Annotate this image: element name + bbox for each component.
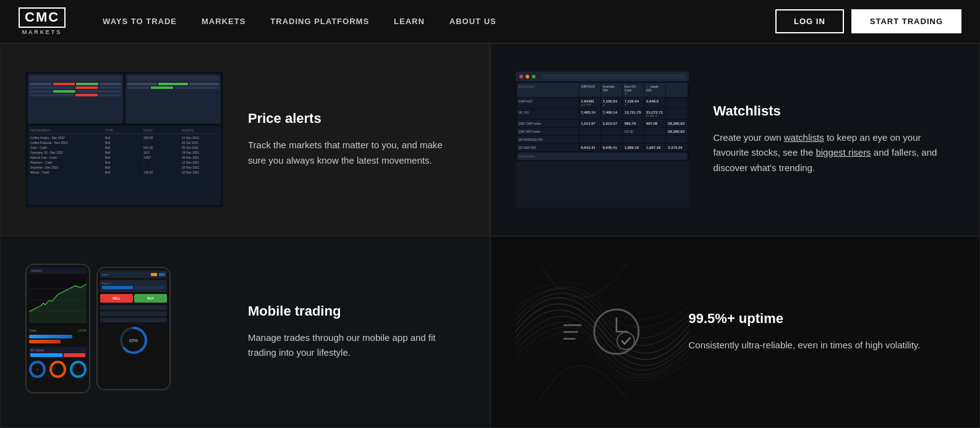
content-grid: INSTRUMENT TYPE PRICE ALERTS Coffee Arab… bbox=[0, 43, 980, 428]
mobile-trading-card: TRADING bbox=[0, 236, 490, 429]
watchlists-card: My Account GBP/AUD Australia 200 Euro-50… bbox=[490, 43, 981, 236]
svg-text:65%: 65% bbox=[129, 338, 138, 343]
navbar: CMC MARKETS WAYS TO TRADE MARKETS TRADIN… bbox=[0, 0, 980, 43]
nav-markets[interactable]: MARKETS bbox=[202, 17, 245, 26]
svg-point-10 bbox=[617, 332, 634, 350]
mobile-trading-image: TRADING bbox=[25, 261, 223, 403]
mobile-phone-1: TRADING bbox=[25, 264, 90, 393]
watchlists-title: Watchlists bbox=[714, 103, 949, 119]
login-button[interactable]: LOG IN bbox=[775, 9, 844, 33]
price-alerts-card: INSTRUMENT TYPE PRICE ALERTS Coffee Arab… bbox=[0, 43, 490, 236]
uptime-card: 99.5%+ uptime Consistently ultra-reliabl… bbox=[490, 236, 981, 429]
watchlists-desc: Create your own watchlists to keep an ey… bbox=[714, 130, 949, 176]
mobile-trading-title: Mobile trading bbox=[248, 303, 459, 319]
mobile-phone-2: Erase Buy-in 1 bbox=[96, 267, 171, 390]
watchlists-image: My Account GBP/AUD Australia 200 Euro-50… bbox=[516, 72, 689, 208]
svg-marker-0 bbox=[29, 284, 87, 323]
nav-about-us[interactable]: ABOUT US bbox=[450, 17, 496, 26]
price-alerts-text: Price alerts Track the markets that matt… bbox=[248, 111, 459, 169]
nav-learn[interactable]: LEARN bbox=[394, 17, 425, 26]
price-alerts-image: INSTRUMENT TYPE PRICE ALERTS Coffee Arab… bbox=[25, 72, 223, 208]
price-alerts-title: Price alerts bbox=[248, 111, 459, 127]
uptime-visual bbox=[516, 264, 689, 400]
watchlists-text: Watchlists Create your own watchlists to… bbox=[714, 103, 949, 176]
uptime-title: 99.5%+ uptime bbox=[689, 311, 949, 327]
uptime-desc: Consistently ultra-reliable, even in tim… bbox=[689, 338, 949, 353]
nav-actions: LOG IN START TRADING bbox=[775, 9, 961, 33]
mobile-trading-desc: Manage trades through our mobile app and… bbox=[248, 330, 459, 361]
start-trading-button[interactable]: START TRADING bbox=[851, 9, 961, 33]
price-alerts-desc: Track the markets that matter to you, an… bbox=[248, 138, 459, 169]
logo[interactable]: CMC MARKETS bbox=[19, 7, 66, 35]
logo-markets-text: MARKETS bbox=[19, 29, 66, 35]
nav-links: WAYS TO TRADE MARKETS TRADING PLATFORMS … bbox=[103, 17, 775, 26]
logo-cmc-text: CMC bbox=[19, 7, 66, 27]
nav-trading-platforms[interactable]: TRADING PLATFORMS bbox=[270, 17, 369, 26]
biggest-risers-link[interactable]: biggest risers bbox=[816, 147, 871, 157]
uptime-text: 99.5%+ uptime Consistently ultra-reliabl… bbox=[689, 311, 949, 353]
watchlists-link[interactable]: watchlists bbox=[784, 132, 824, 143]
nav-ways-to-trade[interactable]: WAYS TO TRADE bbox=[103, 17, 177, 26]
mobile-trading-text: Mobile trading Manage trades through our… bbox=[248, 303, 459, 361]
